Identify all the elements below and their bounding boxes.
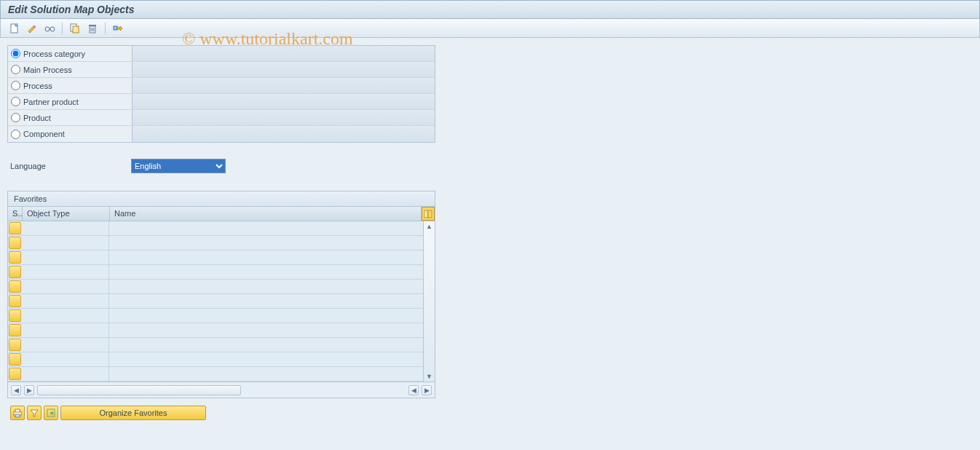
- vertical-scrollbar[interactable]: ▲ ▼: [423, 221, 435, 382]
- radio-input-process_category[interactable]: [11, 49, 20, 58]
- radio-main_process[interactable]: Main Process: [8, 65, 132, 74]
- cell-object-type[interactable]: [22, 294, 109, 308]
- field-main_process[interactable]: [132, 62, 435, 77]
- field-product[interactable]: [132, 110, 435, 125]
- radio-input-main_process[interactable]: [11, 65, 20, 74]
- where-used-button[interactable]: [110, 22, 126, 35]
- print-button[interactable]: [10, 406, 25, 420]
- column-header-sel[interactable]: S..: [8, 207, 23, 221]
- cell-object-type[interactable]: [22, 323, 109, 337]
- delete-trash-button[interactable]: [84, 22, 100, 35]
- row-select-button[interactable]: [9, 266, 21, 278]
- row-select-button[interactable]: [9, 353, 21, 366]
- row-select-button[interactable]: [9, 251, 21, 264]
- radio-label-partner_product: Partner product: [23, 98, 79, 106]
- cell-name[interactable]: [109, 352, 435, 366]
- filter-button[interactable]: [27, 406, 42, 420]
- cell-object-type[interactable]: [22, 265, 109, 279]
- table-row[interactable]: [8, 221, 435, 236]
- table-row[interactable]: [8, 367, 435, 382]
- radio-row-process_category: Process category: [8, 46, 435, 62]
- cell-name[interactable]: [109, 367, 435, 381]
- horizontal-scrollbar[interactable]: ◀ ▶ ◀ ▶: [8, 382, 435, 398]
- table-row[interactable]: [8, 280, 435, 294]
- table-row[interactable]: [8, 323, 435, 338]
- scroll-left-icon[interactable]: ◀: [408, 385, 419, 395]
- field-component[interactable]: [132, 126, 435, 142]
- cell-object-type[interactable]: [22, 367, 109, 381]
- scroll-up-icon[interactable]: ▲: [424, 221, 435, 232]
- radio-row-main_process: Main Process: [8, 62, 435, 78]
- radio-input-component[interactable]: [11, 130, 20, 139]
- cell-name[interactable]: [109, 236, 435, 250]
- scroll-right-icon[interactable]: ▶: [422, 385, 432, 395]
- radio-product[interactable]: Product: [8, 113, 132, 122]
- row-select-button[interactable]: [9, 368, 21, 380]
- language-select[interactable]: English: [131, 159, 226, 173]
- glasses-display-button[interactable]: [42, 22, 58, 35]
- table-row[interactable]: [8, 309, 435, 323]
- table-row[interactable]: [8, 294, 435, 309]
- svg-point-2: [45, 27, 50, 31]
- column-header-name[interactable]: Name: [110, 207, 422, 221]
- radio-input-process[interactable]: [11, 81, 20, 90]
- row-select-button[interactable]: [9, 309, 21, 322]
- cell-object-type[interactable]: [22, 250, 109, 264]
- radio-component[interactable]: Component: [8, 130, 132, 139]
- scroll-right-icon[interactable]: ▶: [24, 385, 34, 395]
- scroll-down-icon[interactable]: ▼: [424, 371, 435, 382]
- radio-process[interactable]: Process: [8, 81, 132, 90]
- row-select-button[interactable]: [9, 295, 21, 307]
- cell-name[interactable]: [109, 265, 435, 279]
- radio-partner_product[interactable]: Partner product: [8, 97, 132, 106]
- table-settings-button[interactable]: [422, 207, 435, 221]
- cell-object-type[interactable]: [22, 309, 109, 323]
- table-row[interactable]: [8, 250, 435, 265]
- cell-name[interactable]: [109, 250, 435, 264]
- new-doc-button[interactable]: [7, 22, 23, 35]
- cell-name[interactable]: [109, 221, 435, 235]
- cell-object-type[interactable]: [22, 221, 109, 235]
- svg-text:✶: ✶: [49, 409, 55, 417]
- table-row[interactable]: [8, 265, 435, 280]
- row-select-button[interactable]: [9, 280, 21, 293]
- radio-input-product[interactable]: [11, 113, 20, 122]
- cell-name[interactable]: [109, 294, 435, 308]
- table-row[interactable]: [8, 352, 435, 367]
- row-select-button[interactable]: [9, 324, 21, 336]
- column-header-object-type[interactable]: Object Type: [23, 207, 110, 221]
- copy-button[interactable]: [67, 22, 83, 35]
- scroll-left-icon[interactable]: ◀: [11, 385, 21, 395]
- radio-process_category[interactable]: Process category: [8, 49, 132, 58]
- radio-row-component: Component: [8, 126, 435, 142]
- radio-label-process: Process: [23, 82, 52, 90]
- field-partner_product[interactable]: [132, 94, 435, 109]
- cell-name[interactable]: [109, 280, 435, 293]
- table-row[interactable]: [8, 338, 435, 352]
- expand-button[interactable]: ✶: [44, 406, 58, 420]
- cell-name[interactable]: [109, 323, 435, 337]
- favorites-grid: S.. Object Type Name ▲ ▼ ◀ ▶ ◀ ▶: [8, 207, 435, 398]
- cell-name[interactable]: [109, 309, 435, 323]
- hscroll-track[interactable]: [37, 385, 241, 395]
- cell-name[interactable]: [109, 338, 435, 352]
- row-select-button[interactable]: [9, 339, 21, 351]
- cell-object-type[interactable]: [22, 280, 109, 293]
- radio-input-partner_product[interactable]: [11, 97, 20, 106]
- cell-object-type[interactable]: [22, 236, 109, 250]
- toolbar-separator: [105, 23, 106, 34]
- row-select-button[interactable]: [9, 237, 21, 249]
- organize-favorites-button[interactable]: Organize Favorites: [60, 406, 206, 420]
- edit-pencil-button[interactable]: [24, 22, 40, 35]
- cell-object-type[interactable]: [22, 352, 109, 366]
- table-row[interactable]: [8, 236, 435, 250]
- row-select-button[interactable]: [9, 222, 21, 234]
- field-process_category[interactable]: [132, 46, 435, 61]
- cell-object-type[interactable]: [22, 338, 109, 352]
- organize-favorites-label: Organize Favorites: [100, 408, 167, 417]
- field-process[interactable]: [132, 78, 435, 93]
- svg-rect-13: [424, 210, 427, 218]
- svg-rect-14: [428, 210, 432, 218]
- favorites-title: Favorites: [8, 192, 435, 207]
- radio-label-component: Component: [23, 130, 65, 138]
